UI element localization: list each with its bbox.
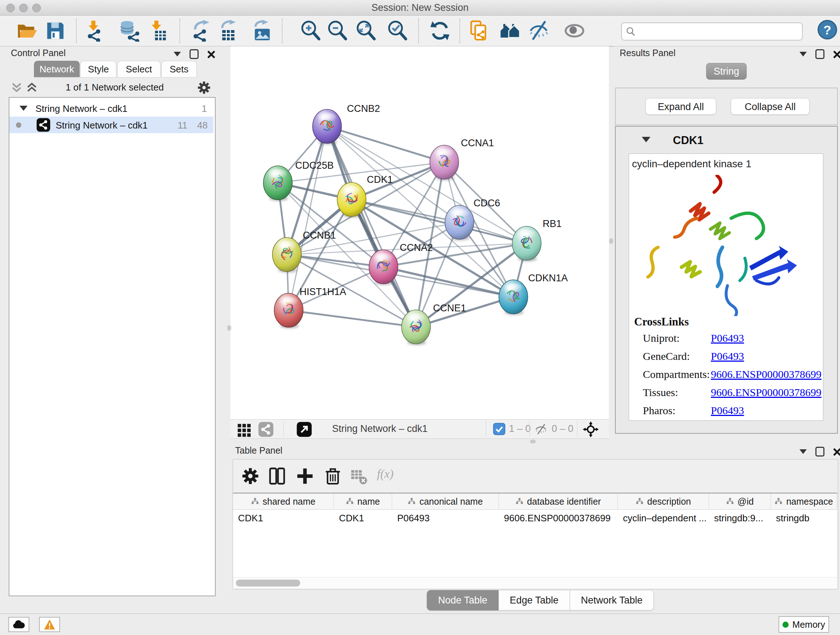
table-cell[interactable]: CDK1 <box>334 510 392 526</box>
network-collection-row[interactable]: String Network – cdk1 1 <box>9 100 213 117</box>
horizontal-scrollbar <box>233 577 837 589</box>
clone-network-icon[interactable] <box>467 19 490 42</box>
add-column-icon[interactable] <box>295 466 316 486</box>
collapse-panel-icon[interactable] <box>799 449 807 454</box>
entry-header[interactable]: CDK1 <box>616 127 837 153</box>
table-row[interactable]: CDK1CDK1P064939606.ENSP00000378699cyclin… <box>233 510 837 526</box>
crosslink-link[interactable]: 9606.ENSP00000378699 <box>711 386 821 399</box>
collapse-panel-icon[interactable] <box>174 52 181 57</box>
network-node-HIST1H1A[interactable]: HIST1H1A <box>274 287 346 328</box>
search-input[interactable] <box>638 24 799 38</box>
grid-view-icon[interactable] <box>236 421 252 437</box>
network-edge[interactable] <box>289 126 327 310</box>
float-panel-icon[interactable] <box>815 447 824 456</box>
export-image-icon[interactable] <box>251 19 274 42</box>
refresh-icon[interactable] <box>428 19 452 42</box>
tab-style[interactable]: Style <box>80 61 117 77</box>
network-node-CCNA1[interactable]: CCNA1 <box>430 138 494 180</box>
tab-sets[interactable]: Sets <box>161 61 197 77</box>
network-node-CDKN1A[interactable]: CDKN1A <box>499 272 568 315</box>
close-panel-icon[interactable] <box>833 50 840 58</box>
tab-select[interactable]: Select <box>117 61 161 77</box>
crosslink-link[interactable]: 9606.ENSP00000378699 <box>711 368 821 380</box>
zoom-out-icon[interactable] <box>326 19 349 42</box>
toolbar-separator <box>577 421 577 437</box>
close-panel-icon[interactable] <box>207 50 215 58</box>
network-canvas[interactable]: CCNB2CCNA1CDC25BCDK1CDC6RB1CCNB1CCNA2CDK… <box>231 46 609 419</box>
warning-icon[interactable] <box>39 617 60 632</box>
float-panel-icon[interactable] <box>815 49 824 59</box>
delete-table-icon[interactable] <box>349 466 370 486</box>
table-cell[interactable]: 9606.ENSP00000378699 <box>499 510 618 526</box>
table-cell[interactable]: cyclin–dependent ... <box>618 510 709 526</box>
zoom-in-icon[interactable] <box>299 19 322 42</box>
column-header-database-identifier[interactable]: database identifier <box>499 494 618 509</box>
trash-icon[interactable] <box>324 466 344 486</box>
function-builder-icon[interactable]: f(x) <box>377 467 393 481</box>
table-cell[interactable]: stringdb <box>771 510 837 526</box>
zoom-selected-icon[interactable] <box>386 19 409 42</box>
network-edge[interactable] <box>327 126 444 162</box>
hidden-eye-slash-icon[interactable] <box>534 423 547 436</box>
network-edge[interactable] <box>384 267 513 297</box>
crosslink-link[interactable]: P06493 <box>711 404 744 417</box>
column-header-namespace[interactable]: namespace <box>771 494 837 509</box>
toolbar-separator <box>283 421 284 437</box>
network-edge[interactable] <box>352 200 527 243</box>
control-panel-tabs: Network Style Select Sets <box>0 61 229 78</box>
cloud-icon[interactable] <box>8 617 29 632</box>
memory-button[interactable]: Memory <box>778 616 829 633</box>
zoom-fit-icon[interactable] <box>355 19 378 42</box>
tab-node-table[interactable]: Node Table <box>427 590 499 610</box>
help-icon[interactable]: ? <box>816 18 839 41</box>
table-cell[interactable]: P06493 <box>392 510 499 526</box>
open-folder-icon[interactable] <box>15 19 38 42</box>
collapse-all-button[interactable]: Collapse All <box>731 98 810 115</box>
columns-icon[interactable] <box>268 466 288 486</box>
close-panel-icon[interactable] <box>833 448 840 456</box>
crosslink-link[interactable]: P06493 <box>711 332 744 344</box>
houses-icon[interactable] <box>499 19 522 42</box>
column-header-name[interactable]: name <box>334 494 392 509</box>
scrollbar-thumb[interactable] <box>236 580 300 586</box>
splitter-handle[interactable] <box>530 440 536 443</box>
node-label: HIST1H1A <box>300 287 346 297</box>
network-row-selected[interactable]: String Network – cdk1 11 48 <box>9 117 213 133</box>
gear-icon[interactable] <box>197 80 211 95</box>
table-cell[interactable]: stringdb:9... <box>709 510 771 526</box>
import-network-icon[interactable] <box>82 19 106 42</box>
expand-all-button[interactable]: Expand All <box>645 98 716 115</box>
tab-network[interactable]: Network <box>34 61 80 77</box>
network-node-CCNE1[interactable]: CCNE1 <box>401 302 466 345</box>
hide-eye-slash-icon[interactable] <box>527 19 550 42</box>
export-network-icon[interactable] <box>189 19 213 42</box>
eye-icon[interactable] <box>563 19 586 42</box>
crosshair-icon[interactable] <box>583 421 599 437</box>
entry-collapse-icon[interactable] <box>642 137 651 142</box>
tab-string[interactable]: String <box>706 63 747 80</box>
column-header-shared-name[interactable]: shared name <box>233 494 334 509</box>
splitter-handle[interactable] <box>227 325 231 331</box>
column-header-canonical-name[interactable]: canonical name <box>392 494 499 509</box>
network-node-RB1[interactable]: RB1 <box>512 218 562 261</box>
import-database-icon[interactable] <box>118 19 141 42</box>
network-edge[interactable] <box>289 310 416 327</box>
tab-network-table[interactable]: Network Table <box>570 590 654 610</box>
collapse-panel-icon[interactable] <box>799 52 807 57</box>
column-label: shared name <box>263 496 316 507</box>
share-view-icon[interactable] <box>258 421 274 437</box>
crosslink-link[interactable]: P06493 <box>711 350 744 363</box>
tab-edge-table[interactable]: Edge Table <box>499 590 570 610</box>
float-panel-icon[interactable] <box>189 49 199 59</box>
table-gear-icon[interactable] <box>241 466 261 486</box>
splitter-handle[interactable] <box>609 238 613 244</box>
table-cell[interactable]: CDK1 <box>233 510 334 526</box>
open-in-new-icon[interactable] <box>296 421 312 437</box>
tree-expand-icon[interactable] <box>19 106 27 111</box>
save-icon[interactable] <box>44 19 67 42</box>
import-table-icon[interactable] <box>146 19 169 42</box>
column-header--id[interactable]: @id <box>709 494 771 509</box>
selected-checkbox-icon[interactable] <box>493 423 505 435</box>
column-header-description[interactable]: description <box>618 494 709 509</box>
export-table-icon[interactable] <box>218 19 240 42</box>
